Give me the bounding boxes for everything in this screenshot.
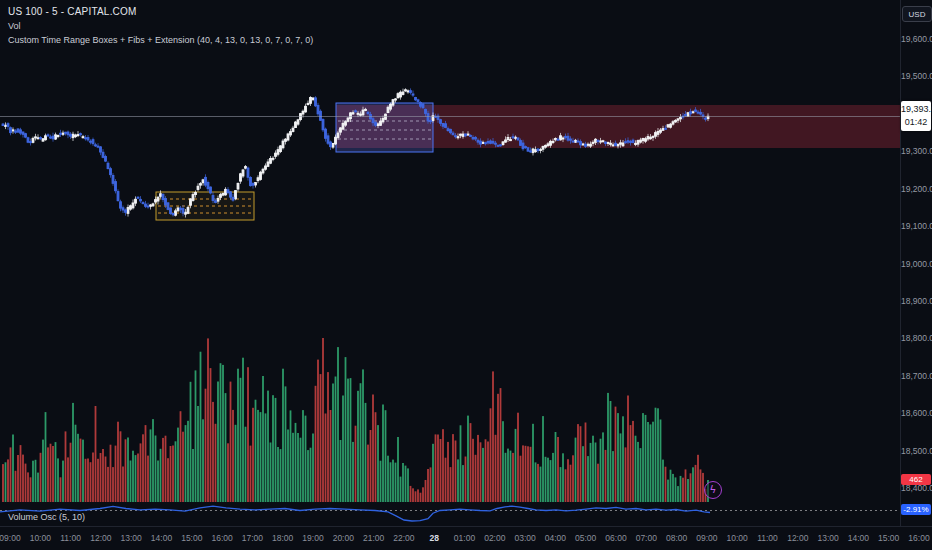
time-axis-label: 12:00 <box>90 533 111 543</box>
time-axis-label: 07:00 <box>636 533 657 543</box>
chart-canvas[interactable] <box>0 0 932 550</box>
oscillator-layer <box>0 506 898 521</box>
time-axis-label: 02:00 <box>484 533 505 543</box>
time-axis-label: 17:00 <box>242 533 263 543</box>
time-axis[interactable]: 09:0010:0011:0012:0013:0014:0015:0016:00… <box>0 526 932 550</box>
oscillator-value-tag: -2.91% <box>901 504 931 515</box>
time-axis-label: 11:00 <box>60 533 81 543</box>
price-axis-label: 18,700.0 <box>901 371 932 381</box>
symbol-title[interactable]: US 100 - 5 - CAPITAL.COM <box>8 6 313 17</box>
chart-legend: US 100 - 5 - CAPITAL.COM Vol Custom Time… <box>8 6 313 45</box>
time-axis-label: 28 <box>429 533 438 543</box>
time-axis-label: 13:00 <box>121 533 142 543</box>
time-axis-label: 13:00 <box>817 533 838 543</box>
price-axis-label: 19,000.0 <box>901 259 932 269</box>
time-axis-label: 16:00 <box>908 533 929 543</box>
time-axis-label: 20:00 <box>333 533 354 543</box>
volume-layer <box>2 338 709 502</box>
time-axis-label: 10:00 <box>30 533 51 543</box>
price-axis-label: 18,500.0 <box>901 446 932 456</box>
price-axis-label: 19,100.0 <box>901 221 932 231</box>
time-axis-label: 14:00 <box>151 533 172 543</box>
time-axis-label: 15:00 <box>181 533 202 543</box>
price-axis-label: 19,300.0 <box>901 146 932 156</box>
time-axis-label: 10:00 <box>727 533 748 543</box>
bar-countdown: 01:42 <box>901 116 931 129</box>
time-axis-label: 11:00 <box>757 533 778 543</box>
time-axis-label: 18:00 <box>272 533 293 543</box>
time-axis-label: 08:00 <box>666 533 687 543</box>
time-axis-label: 15:00 <box>878 533 899 543</box>
oscillator-pane-label[interactable]: Volume Osc (5, 10) <box>8 512 85 522</box>
last-price-tag: 19,393.0 01:42 <box>901 101 931 131</box>
price-axis-label: 18,800.0 <box>901 333 932 343</box>
time-axis-label: 21:00 <box>363 533 384 543</box>
time-axis-label: 01:00 <box>454 533 475 543</box>
price-axis-label: 18,600.0 <box>901 408 932 418</box>
time-axis-label: 12:00 <box>787 533 808 543</box>
time-axis-label: 16:00 <box>211 533 232 543</box>
last-volume-tag: 462 <box>901 474 931 485</box>
price-axis[interactable]: 19,600.019,500.019,300.019,200.019,100.0… <box>900 0 932 526</box>
price-axis-label: 18,900.0 <box>901 296 932 306</box>
time-axis-label: 05:00 <box>575 533 596 543</box>
time-axis-label: 14:00 <box>848 533 869 543</box>
time-axis-label: 09:00 <box>0 533 21 543</box>
time-axis-label: 04:00 <box>545 533 566 543</box>
time-axis-label: 09:00 <box>696 533 717 543</box>
time-axis-label: 19:00 <box>302 533 323 543</box>
range-boxes-layer[interactable] <box>156 103 433 220</box>
currency-chip[interactable]: USD <box>902 6 932 22</box>
price-axis-label: 19,500.0 <box>901 71 932 81</box>
flash-icon[interactable]: ϟ <box>704 481 722 499</box>
price-axis-label: 19,600.0 <box>901 34 932 44</box>
time-axis-label: 22:00 <box>393 533 414 543</box>
time-axis-label: 06:00 <box>605 533 626 543</box>
indicator-custom-label[interactable]: Custom Time Range Boxes + Fibs + Extensi… <box>8 35 313 45</box>
trading-chart[interactable]: US 100 - 5 - CAPITAL.COM Vol Custom Time… <box>0 0 932 550</box>
time-axis-label: 03:00 <box>514 533 535 543</box>
indicator-vol-label[interactable]: Vol <box>8 21 313 31</box>
last-price-value: 19,393.0 <box>901 103 931 116</box>
price-axis-label: 19,200.0 <box>901 184 932 194</box>
